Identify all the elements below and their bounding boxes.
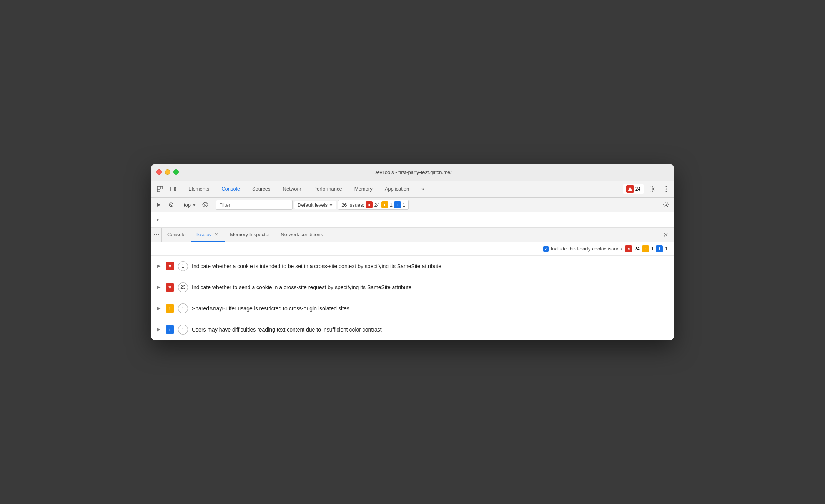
devtools-window: DevTools - first-party-test.glitch.me/ E… (151, 164, 674, 340)
issue-count-3: 1 (178, 303, 188, 313)
include-label: Include third-party cookie issues (551, 246, 622, 252)
tab-performance[interactable]: Performance (307, 181, 348, 197)
include-third-party-checkbox[interactable]: ✓ Include third-party cookie issues (543, 246, 622, 252)
svg-rect-1 (157, 189, 160, 192)
issue-row-2[interactable]: ▶ 23 Indicate whether to send a cookie i… (151, 277, 674, 298)
row-arrow-2: ▶ (157, 285, 162, 290)
log-level-label: Default levels (298, 202, 328, 208)
toolbar-divider (179, 201, 179, 209)
svg-point-20 (154, 234, 155, 235)
svg-marker-10 (157, 203, 160, 207)
svg-point-19 (665, 204, 667, 206)
traffic-lights (156, 169, 179, 175)
tab-more[interactable]: » (415, 181, 430, 197)
issue-type-badge-1 (166, 262, 174, 270)
issue-text-1: Indicate whether a cookie is intended to… (192, 263, 668, 269)
svg-point-22 (158, 234, 159, 235)
minimize-button[interactable] (165, 169, 170, 175)
bottom-tab-network-conditions[interactable]: Network conditions (275, 228, 328, 242)
issue-type-badge-3: ! (166, 304, 174, 313)
header-error-count: 24 (634, 246, 639, 252)
error-icon (366, 201, 373, 208)
filter-input[interactable] (216, 200, 293, 210)
checkbox-icon: ✓ (543, 246, 549, 252)
tab-memory[interactable]: Memory (348, 181, 379, 197)
svg-point-21 (156, 234, 157, 235)
maximize-button[interactable] (173, 169, 179, 175)
svg-point-13 (205, 204, 206, 206)
row-arrow-3: ▶ (157, 306, 162, 311)
bottom-tab-issues-label: Issues (196, 232, 211, 237)
warn-count-label: 1 (390, 202, 393, 208)
issue-row-3[interactable]: ▶ ! 1 SharedArrayBuffer usage is restric… (151, 298, 674, 319)
run-snippet-button[interactable] (153, 199, 164, 210)
settings-button[interactable] (647, 183, 659, 195)
row-arrow-1: ▶ (157, 264, 162, 269)
inspect-element-button[interactable] (154, 183, 166, 195)
issue-count-1: 1 (178, 261, 188, 271)
issues-badge-btn[interactable]: ✕ 24 (623, 184, 644, 194)
expand-arrow[interactable] (154, 216, 162, 224)
svg-text:!: ! (169, 307, 170, 311)
error-badge: ✕ (626, 185, 634, 193)
tab-application[interactable]: Application (379, 181, 416, 197)
close-panel-button[interactable]: ✕ (660, 229, 671, 240)
svg-rect-3 (170, 187, 174, 191)
issue-text-4: Users may have difficulties reading text… (192, 327, 668, 333)
more-options-button[interactable] (662, 183, 671, 195)
tab-network[interactable]: Network (277, 181, 308, 197)
toolbar-right: ✕ 24 (620, 181, 674, 197)
header-warn-count: 1 (651, 246, 654, 252)
console-toolbar: top Default levels 26 Issues: 24 ! 1 (151, 198, 674, 212)
svg-text:i: i (169, 328, 170, 332)
device-toolbar-button[interactable] (167, 183, 179, 195)
bottom-tab-console[interactable]: Console (162, 228, 191, 242)
header-badges: 24 ! 1 i 1 (625, 245, 668, 252)
toolbar-left-icons (151, 181, 182, 197)
svg-rect-4 (175, 187, 176, 191)
console-area (151, 212, 674, 228)
bottom-tab-issues[interactable]: Issues ✕ (191, 228, 225, 242)
issue-count-2: 23 (178, 282, 188, 292)
issues-label: 26 Issues: (341, 202, 364, 208)
header-info-count: 1 (665, 246, 668, 252)
tab-console[interactable]: Console (215, 181, 246, 197)
clear-console-button[interactable] (166, 199, 176, 210)
bottom-tab-network-conditions-label: Network conditions (281, 232, 323, 237)
log-level-dropdown[interactable]: Default levels (294, 201, 336, 209)
close-button[interactable] (156, 169, 162, 175)
info-icon: i (394, 201, 401, 208)
error-count-label: 24 (374, 202, 379, 208)
title-bar: DevTools - first-party-test.glitch.me/ (151, 164, 674, 181)
tab-sources[interactable]: Sources (246, 181, 277, 197)
row-arrow-4: ▶ (157, 327, 162, 332)
close-issues-tab[interactable]: ✕ (213, 231, 219, 237)
svg-text:!: ! (384, 203, 385, 207)
issues-count-display[interactable]: 26 Issues: 24 ! 1 i 1 (338, 200, 409, 210)
bottom-tab-memory-inspector-label: Memory Inspector (230, 232, 270, 237)
issue-count-4: 1 (178, 325, 188, 335)
svg-rect-0 (157, 186, 160, 189)
bottom-tab-menu-button[interactable] (151, 228, 162, 242)
window-title: DevTools - first-party-test.glitch.me/ (373, 169, 452, 175)
issues-header: ✓ Include third-party cookie issues 24 !… (151, 242, 674, 256)
bottom-tab-console-label: Console (167, 232, 186, 237)
toolbar-divider-2 (213, 201, 213, 209)
svg-rect-2 (160, 186, 163, 189)
svg-line-12 (170, 204, 172, 206)
issue-row-4[interactable]: ▶ i 1 Users may have difficulties readin… (151, 319, 674, 340)
header-info-icon: i (656, 245, 663, 252)
svg-point-7 (666, 186, 667, 187)
svg-text:✕: ✕ (629, 189, 630, 191)
bottom-tab-bar: Console Issues ✕ Memory Inspector Networ… (151, 228, 674, 242)
context-selector[interactable]: top (181, 201, 198, 209)
issue-row-1[interactable]: ▶ 1 Indicate whether a cookie is intende… (151, 256, 674, 277)
issue-type-badge-2 (166, 283, 174, 292)
eye-icon-button[interactable] (200, 199, 211, 210)
console-settings-button[interactable] (660, 199, 672, 211)
svg-point-9 (666, 191, 667, 192)
info-count-label: 1 (403, 202, 405, 208)
svg-text:i: i (397, 203, 398, 207)
tab-elements[interactable]: Elements (182, 181, 215, 197)
bottom-tab-memory-inspector[interactable]: Memory Inspector (225, 228, 275, 242)
